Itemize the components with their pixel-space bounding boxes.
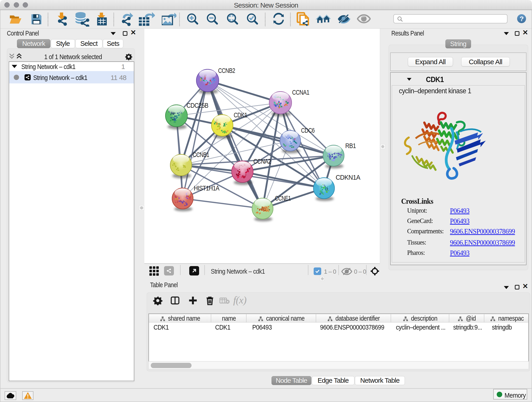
svg-text:CCNA2: CCNA2 xyxy=(253,158,271,165)
svg-text:CCNB1: CCNB1 xyxy=(193,151,209,158)
svg-text:CCNA1: CCNA1 xyxy=(292,89,309,96)
svg-text:CDK1: CDK1 xyxy=(234,111,247,119)
svg-text:CDC6: CDC6 xyxy=(301,127,315,134)
svg-text:CCNB2: CCNB2 xyxy=(218,67,235,74)
svg-text:RB1: RB1 xyxy=(345,142,356,149)
svg-text:CCNE1: CCNE1 xyxy=(275,195,291,202)
svg-text:CDC25B: CDC25B xyxy=(186,102,208,109)
svg-text:HIST1H1A: HIST1H1A xyxy=(194,185,220,192)
svg-text:CDKN1A: CDKN1A xyxy=(336,174,360,181)
